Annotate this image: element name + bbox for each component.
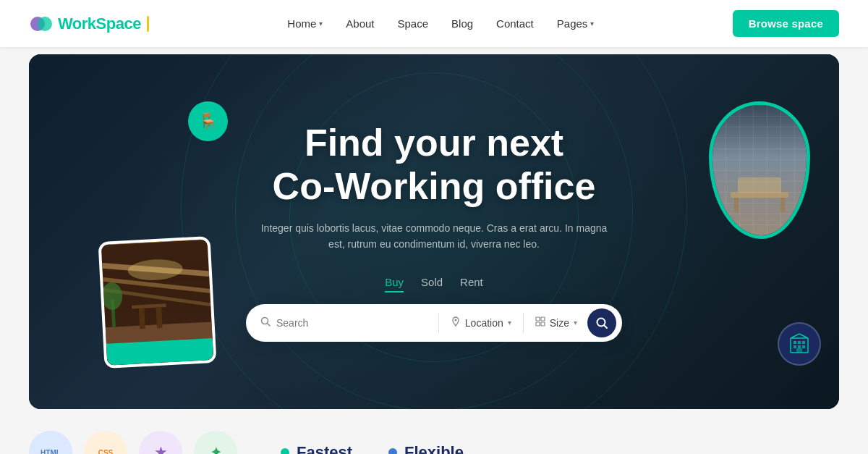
nav-item-about[interactable]: About xyxy=(346,17,374,30)
logo-pill-3: ★ xyxy=(139,431,182,454)
nav-link-about[interactable]: About xyxy=(346,17,374,30)
search-divider-1 xyxy=(438,313,439,333)
svg-rect-4 xyxy=(780,198,785,212)
feature-flexible: Flexible xyxy=(388,443,464,454)
logo-icon xyxy=(29,12,54,36)
nav-item-blog[interactable]: Blog xyxy=(451,17,473,30)
logo-bar xyxy=(147,16,149,32)
photo-accent-bar xyxy=(106,338,213,366)
logo[interactable]: WorkSpace xyxy=(29,12,149,36)
tab-sold[interactable]: Sold xyxy=(421,273,443,293)
feature-fastest-label: Fastest xyxy=(297,443,352,454)
size-label: Size xyxy=(550,317,569,329)
svg-rect-22 xyxy=(798,345,801,348)
building-icon-circle xyxy=(778,322,821,366)
nav-item-home[interactable]: Home ▾ xyxy=(287,17,323,30)
svg-rect-3 xyxy=(734,198,739,212)
svg-rect-24 xyxy=(796,348,802,353)
feature-flexible-label: Flexible xyxy=(404,443,464,454)
navbar: WorkSpace Home ▾ About Space Blog xyxy=(0,0,868,47)
hero-subtitle: Integer quis lobortis lacus, vitae commo… xyxy=(260,220,608,253)
coworking-photo-bottom-left xyxy=(98,236,217,369)
svg-line-35 xyxy=(605,325,608,328)
svg-rect-14 xyxy=(156,307,163,328)
location-icon xyxy=(451,316,461,329)
logo-pill-1: HTML xyxy=(29,431,72,454)
svg-rect-31 xyxy=(541,317,545,321)
feature-fastest: Fastest xyxy=(281,443,352,454)
search-input-wrap xyxy=(260,316,430,329)
svg-rect-18 xyxy=(793,341,796,344)
svg-rect-23 xyxy=(802,345,805,348)
search-button[interactable] xyxy=(587,308,616,337)
nav-link-blog[interactable]: Blog xyxy=(451,17,473,30)
svg-rect-30 xyxy=(536,317,540,321)
chair-icon: 🪑 xyxy=(198,112,218,131)
nav-item-pages[interactable]: Pages ▾ xyxy=(557,17,595,30)
photo-inner xyxy=(101,239,214,365)
desk-svg xyxy=(723,163,796,221)
svg-rect-13 xyxy=(139,308,145,329)
browse-space-button[interactable]: Browse space xyxy=(733,10,839,37)
logo-text: WorkSpace xyxy=(58,14,141,33)
grid-icon xyxy=(535,316,545,329)
search-input[interactable] xyxy=(276,317,363,329)
fastest-dot xyxy=(281,448,289,454)
chevron-down-icon-pages: ▾ xyxy=(590,20,594,28)
svg-point-29 xyxy=(454,319,456,321)
nav-link-contact[interactable]: Contact xyxy=(496,17,534,30)
partner-logos: HTML CSS ★ ✦ xyxy=(29,431,237,454)
tab-rent[interactable]: Rent xyxy=(460,273,483,293)
search-bar: Location ▾ Size ▾ xyxy=(246,304,622,342)
features-list: Fastest Flexible xyxy=(281,443,464,454)
nav-links: Home ▾ About Space Blog Contact xyxy=(287,17,594,30)
flexible-dot xyxy=(388,448,397,454)
svg-rect-5 xyxy=(738,177,781,193)
office-photo-top-right xyxy=(709,101,810,239)
hero-title: Find your next Co-Working office xyxy=(273,122,596,209)
nav-item-space[interactable]: Space xyxy=(398,17,429,30)
search-icon xyxy=(260,316,271,329)
location-chevron-icon: ▾ xyxy=(508,319,511,327)
svg-rect-21 xyxy=(793,345,796,348)
location-label: Location xyxy=(465,317,503,329)
nav-item-contact[interactable]: Contact xyxy=(496,17,534,30)
logo-pill-4: ✦ xyxy=(194,431,237,454)
logo-pill-2: CSS xyxy=(84,431,127,454)
building-icon xyxy=(788,332,811,356)
tab-buy[interactable]: Buy xyxy=(385,273,404,293)
svg-point-1 xyxy=(38,17,52,31)
svg-rect-19 xyxy=(798,341,801,344)
size-dropdown[interactable]: Size ▾ xyxy=(532,316,580,329)
location-dropdown[interactable]: Location ▾ xyxy=(448,316,514,329)
hero-tabs: Buy Sold Rent xyxy=(385,273,483,293)
office-image-inner xyxy=(712,105,807,235)
nav-link-pages[interactable]: Pages ▾ xyxy=(557,17,595,30)
size-chevron-icon: ▾ xyxy=(574,319,577,327)
svg-line-26 xyxy=(799,334,808,338)
hero-section: 🪑 xyxy=(29,54,839,409)
nav-link-home[interactable]: Home ▾ xyxy=(287,17,323,30)
search-button-icon xyxy=(595,316,608,329)
svg-rect-20 xyxy=(802,341,805,344)
bottom-section: HTML CSS ★ ✦ Fastest Flexible xyxy=(0,416,868,454)
svg-line-25 xyxy=(791,334,799,338)
svg-rect-32 xyxy=(536,322,540,326)
svg-rect-33 xyxy=(541,322,545,326)
chevron-down-icon: ▾ xyxy=(319,20,323,28)
svg-line-28 xyxy=(268,324,271,327)
nav-link-space[interactable]: Space xyxy=(398,17,429,30)
chair-badge: 🪑 xyxy=(188,101,228,141)
search-divider-2 xyxy=(523,313,524,333)
